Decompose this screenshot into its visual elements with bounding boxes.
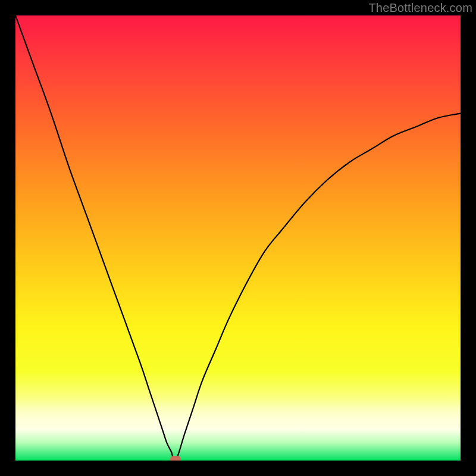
bottleneck-curve xyxy=(15,15,461,461)
chart-frame: TheBottleneck.com xyxy=(0,0,476,476)
plot-area xyxy=(15,15,461,461)
attribution-label: TheBottleneck.com xyxy=(368,1,472,15)
minimum-marker xyxy=(170,456,181,461)
